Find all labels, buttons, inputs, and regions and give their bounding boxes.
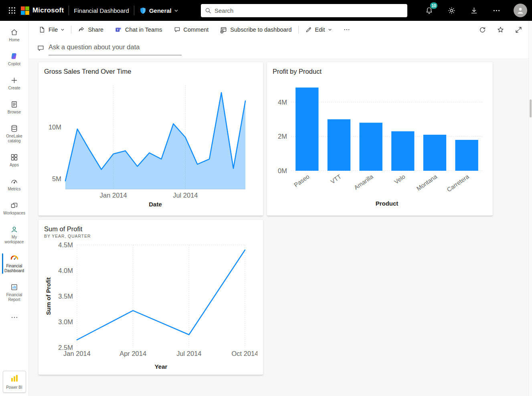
download-button[interactable] <box>469 5 479 16</box>
comment-button-label: Comment <box>184 26 209 33</box>
edit-menu-button[interactable]: Edit <box>303 24 334 36</box>
svg-text:Product: Product <box>376 200 398 207</box>
search-input[interactable] <box>214 7 403 14</box>
svg-text:3.0M: 3.0M <box>58 318 73 325</box>
qna-input[interactable] <box>49 42 182 55</box>
environment-switcher[interactable]: General <box>139 7 178 14</box>
svg-text:T: T <box>117 28 119 32</box>
share-icon <box>78 26 85 33</box>
sidebar-item-browse[interactable]: Browse <box>1 98 28 117</box>
tile-sum-of-profit[interactable]: Sum of Profit BY YEAR, QUARTER Jan 2014A… <box>38 220 263 375</box>
app-launcher-button[interactable] <box>5 3 19 18</box>
share-button[interactable]: Share <box>76 24 105 36</box>
sidebar-item-financial-report[interactable]: Financial Report <box>1 281 28 304</box>
svg-text:5M: 5M <box>52 175 61 182</box>
sidebar-item-copilot[interactable]: Copilot <box>1 50 28 69</box>
svg-text:Amarilla: Amarilla <box>353 173 375 191</box>
qna-bar <box>29 38 532 58</box>
file-menu-button[interactable]: File <box>37 24 66 36</box>
svg-text:Velo: Velo <box>393 173 407 186</box>
metrics-gauge-icon <box>10 177 18 186</box>
refresh-button[interactable] <box>477 24 488 36</box>
svg-text:Apr 2014: Apr 2014 <box>119 350 146 357</box>
sidebar-item-workspaces[interactable]: Workspaces <box>1 199 28 218</box>
tile-subtitle: BY YEAR, QUARTER <box>44 234 257 238</box>
favorite-button[interactable] <box>495 24 506 36</box>
power-bi-logo-icon <box>10 374 19 384</box>
sidebar-item-label: My workspace <box>2 235 27 244</box>
svg-text:Jul 2014: Jul 2014 <box>173 192 198 199</box>
subscribe-button[interactable]: Subscribe to dashboard <box>218 24 293 36</box>
svg-text:2.5M: 2.5M <box>58 344 73 351</box>
dashboard-toolbar: File Share T Chat in Teams Comment Subsc… <box>29 21 532 38</box>
svg-text:Sum of Profit: Sum of Profit <box>45 277 52 315</box>
microsoft-logo-icon <box>21 6 29 15</box>
sidebar-item-metrics[interactable]: Metrics <box>1 175 28 194</box>
svg-text:3.5M: 3.5M <box>58 293 73 300</box>
chevron-down-icon <box>174 8 178 13</box>
more-options-button[interactable] <box>491 5 502 16</box>
topbar-divider <box>134 6 134 15</box>
svg-text:4M: 4M <box>278 99 287 106</box>
sidebar-item-label: Financial Report <box>2 293 27 302</box>
account-button[interactable] <box>514 4 527 17</box>
tile-profit-by-product[interactable]: Profit by Product 0M2M4MPaseoVTTAmarilla… <box>267 62 493 216</box>
tile-title: Profit by Product <box>273 68 487 75</box>
chat-in-teams-button[interactable]: T Chat in Teams <box>113 24 164 36</box>
file-menu-label: File <box>49 26 58 33</box>
toolbar-divider <box>298 26 299 34</box>
comment-icon <box>174 26 181 33</box>
browse-document-icon <box>10 100 18 109</box>
dashboard-canvas: Gross Sales Trend Over Time Jan 2014Jul … <box>29 58 532 396</box>
home-icon <box>10 28 18 36</box>
download-icon <box>470 6 478 15</box>
sidebar-item-label: Browse <box>8 110 21 115</box>
search-icon <box>205 7 211 14</box>
settings-button[interactable] <box>446 5 457 16</box>
sidebar-item-label: Apps <box>10 163 19 168</box>
gross-sales-area-chart: Jan 2014Jul 20145M10MDate <box>44 77 257 210</box>
refresh-icon <box>479 26 486 34</box>
notification-count-badge: 10 <box>430 2 437 9</box>
dashboard-gauge-icon <box>10 254 19 263</box>
microsoft-brand[interactable]: Microsoft <box>21 6 64 15</box>
scrollbar-thumb[interactable] <box>530 99 532 117</box>
product-switcher-power-bi[interactable]: Power BI <box>3 371 26 393</box>
profit-by-product-bar-chart: 0M2M4MPaseoVTTAmarillaVeloMontanaCarrete… <box>273 77 487 209</box>
toolbar-divider <box>71 26 71 34</box>
sidebar-item-home[interactable]: Home <box>1 26 28 44</box>
sidebar-item-onelake-catalog[interactable]: OneLake catalog <box>1 122 28 145</box>
global-search <box>201 4 407 17</box>
sidebar-item-create[interactable]: Create <box>1 74 28 93</box>
sidebar-item-label: Workspaces <box>3 211 25 216</box>
sidebar-item-label: Create <box>8 86 20 91</box>
svg-text:4.0M: 4.0M <box>58 267 73 274</box>
dashboard-title: Financial Dashboard <box>74 7 129 14</box>
subscribe-icon <box>220 26 227 34</box>
sidebar-more-button[interactable] <box>1 311 28 324</box>
environment-label: General <box>149 7 172 14</box>
svg-text:4.5M: 4.5M <box>58 241 73 249</box>
tile-title: Sum of Profit <box>44 225 257 233</box>
notifications-button[interactable]: 10 <box>424 5 434 16</box>
sidebar-item-label: Copilot <box>8 62 20 67</box>
toolbar-more-button[interactable] <box>342 24 352 36</box>
report-chart-icon <box>10 283 18 291</box>
top-app-bar: Microsoft Financial Dashboard General 10 <box>0 0 532 21</box>
sidebar-item-label: Home <box>9 38 20 42</box>
svg-text:Montana: Montana <box>415 173 439 192</box>
sidebar-item-my-workspace[interactable]: My workspace <box>1 223 28 246</box>
chevron-down-icon <box>61 28 65 32</box>
share-button-label: Share <box>88 26 103 33</box>
svg-text:0M: 0M <box>278 167 287 174</box>
edit-menu-label: Edit <box>315 26 325 33</box>
fullscreen-button[interactable] <box>513 24 524 36</box>
comment-button[interactable]: Comment <box>172 24 210 36</box>
tile-gross-sales-trend[interactable]: Gross Sales Trend Over Time Jan 2014Jul … <box>38 62 263 216</box>
sidebar-item-financial-dashboard[interactable]: Financial Dashboard <box>1 252 28 275</box>
vertical-scrollbar[interactable] <box>528 21 532 396</box>
svg-text:VTT: VTT <box>329 173 342 185</box>
sidebar-item-apps[interactable]: Apps <box>1 151 28 170</box>
svg-text:Date: Date <box>149 201 162 208</box>
chevron-down-icon <box>328 28 332 32</box>
